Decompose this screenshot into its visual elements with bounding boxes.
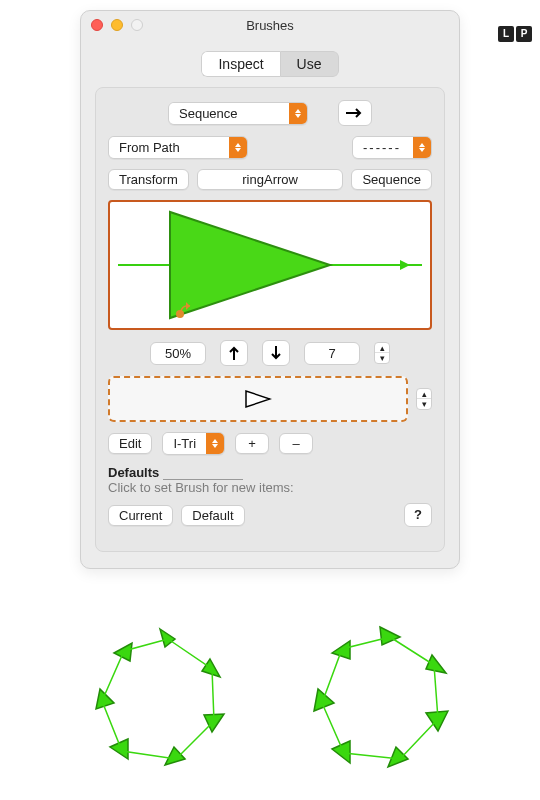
svg-marker-5 [160,629,175,647]
arrow-right-icon [346,107,364,119]
add-button[interactable]: + [235,433,269,454]
svg-marker-15 [388,747,408,767]
svg-marker-16 [332,741,350,763]
default-button[interactable]: Default [181,505,244,526]
svg-marker-13 [426,655,446,673]
mode-dropdown[interactable]: Sequence [168,102,308,125]
sequence-button[interactable]: Sequence [351,169,432,190]
mode-segment: Inspect Use [201,51,338,77]
tab-use[interactable]: Use [280,51,339,77]
stepper-down-icon: ▾ [375,353,389,363]
preview-canvas-icon [110,202,430,328]
stepper-up-icon: ▴ [375,343,389,353]
from-dropdown[interactable]: From Path [108,136,248,159]
arrow-down-icon [270,346,282,360]
ring-right-icon [300,619,460,779]
svg-marker-1 [170,212,330,318]
svg-marker-10 [96,689,114,709]
window-title: Brushes [81,18,459,33]
brushes-window: Brushes L P Inspect Use Sequence [80,10,460,569]
svg-marker-4 [246,391,270,407]
count-stepper[interactable]: ▴ ▾ [374,342,390,364]
shape-stepper[interactable]: ▴ ▾ [416,388,432,410]
current-button[interactable]: Current [108,505,173,526]
main-panel: Sequence From Path ------ Transform [95,87,445,552]
arrow-up-icon [228,346,240,360]
dash-dropdown[interactable]: ------ [352,136,432,159]
ring-arrow-button[interactable]: ringArrow [197,169,344,190]
apply-arrow-button[interactable] [338,100,372,126]
ring-examples [80,619,540,779]
move-down-button[interactable] [262,340,290,366]
remove-button[interactable]: – [279,433,313,454]
stepper-up-icon: ▴ [417,389,431,399]
shape-dropzone[interactable] [108,376,408,422]
help-button[interactable]: ? [404,503,432,527]
edit-button[interactable]: Edit [108,433,152,454]
transform-button[interactable]: Transform [108,169,189,190]
tab-inspect[interactable]: Inspect [201,51,279,77]
shape-dropdown[interactable]: I-Tri [162,432,225,455]
defaults-hint: Click to set Brush for new items: [108,480,432,495]
brush-preview[interactable] [108,200,432,330]
ring-left-icon [80,619,240,779]
move-up-button[interactable] [220,340,248,366]
triangle-icon [244,389,272,409]
stepper-down-icon: ▾ [417,399,431,409]
percent-input[interactable]: 50% [150,342,206,365]
svg-marker-8 [165,747,185,765]
titlebar: Brushes [81,11,459,39]
count-input[interactable]: 7 [304,342,360,365]
defaults-label: Defaults [108,465,159,480]
